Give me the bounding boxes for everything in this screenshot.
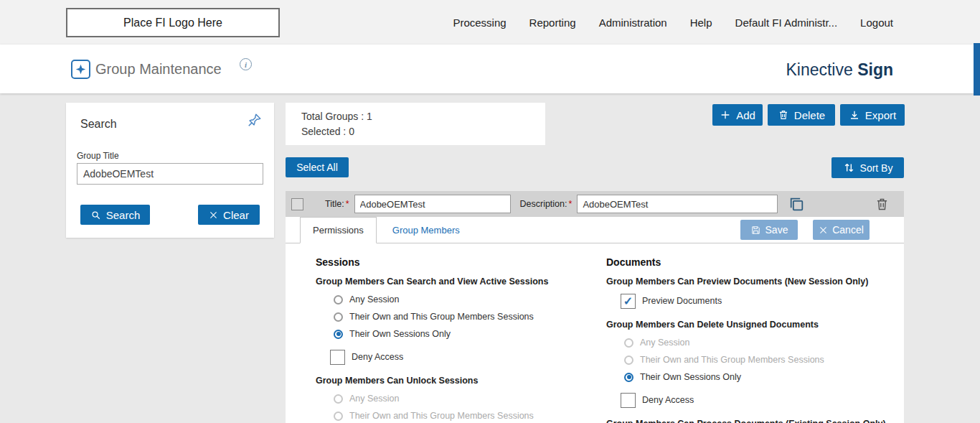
radio-icon[interactable] (334, 295, 343, 305)
fi-logo-placeholder: Place FI Logo Here (66, 8, 280, 37)
summary-panel: Total Groups : 1 Selected : 0 (286, 103, 545, 145)
required-marker: * (346, 199, 349, 209)
search-button-label: Search (106, 209, 141, 221)
row-trash-icon[interactable] (875, 197, 890, 212)
total-groups-text: Total Groups : 1 (301, 109, 529, 124)
checkbox-icon[interactable] (621, 294, 636, 309)
tab-actions: Save Cancel (740, 217, 870, 243)
top-bar: Place FI Logo Here Processing Reporting … (0, 0, 980, 45)
add-button-label: Add (736, 109, 755, 121)
option-label: Their Own and This Group Members Session… (349, 312, 534, 322)
delete-button[interactable]: Delete (768, 104, 835, 126)
nav-processing[interactable]: Processing (453, 17, 506, 29)
add-button[interactable]: Add (712, 104, 763, 126)
top-nav: Processing Reporting Administration Help… (453, 0, 893, 45)
tab-bar: Permissions Group Members Save Cancel (286, 217, 904, 243)
radio-icon (334, 394, 343, 404)
brand-suffix: Sign (857, 60, 893, 79)
perm-group-title: Group Members Can Delete Unsigned Docume… (606, 320, 904, 330)
radio-icon (624, 338, 633, 348)
radio-icon[interactable] (334, 312, 343, 322)
export-button[interactable]: Export (840, 104, 905, 126)
clear-button[interactable]: Clear (198, 205, 260, 225)
selected-count-text: Selected : 0 (301, 124, 529, 139)
tab-group-members[interactable]: Group Members (377, 217, 476, 243)
search-panel-title: Search (80, 118, 117, 131)
radio-option-any-session[interactable]: Any Session (316, 291, 606, 308)
option-label: Any Session (349, 394, 399, 404)
radio-option-own-and-group-sessions: Their Own and This Group Members Session… (606, 351, 904, 368)
select-all-button[interactable]: Select All (286, 157, 349, 177)
plus-icon (720, 109, 731, 121)
info-icon[interactable] (240, 58, 252, 70)
radio-option-own-sessions-only[interactable]: Their Own Sessions Only (316, 325, 606, 343)
sessions-column: Sessions Group Members Can Search and Vi… (316, 249, 606, 423)
close-icon (819, 226, 828, 235)
search-button[interactable]: Search (80, 205, 150, 225)
documents-heading: Documents (606, 256, 904, 268)
page-header: Group Maintenance Kinective Sign (0, 45, 980, 93)
checkbox-option-deny-access[interactable]: Deny Access (606, 390, 904, 410)
sort-by-button[interactable]: Sort By (831, 157, 904, 178)
option-label: Deny Access (352, 352, 403, 362)
perm-group-title: Group Members Can Search and View Active… (316, 276, 606, 287)
option-label: Deny Access (642, 395, 694, 405)
close-icon (209, 210, 218, 220)
group-row-checkbox[interactable] (291, 198, 303, 210)
search-panel: Search Group Title Search Clear (66, 103, 274, 238)
nav-user-menu[interactable]: Default FI Administr... (735, 17, 838, 29)
cancel-button[interactable]: Cancel (813, 220, 870, 240)
documents-column: Documents Group Members Can Preview Docu… (606, 249, 904, 423)
option-label: Any Session (349, 294, 399, 305)
checkbox-icon[interactable] (330, 350, 345, 365)
checkbox-icon[interactable] (621, 393, 636, 408)
description-input[interactable] (577, 195, 778, 213)
brand-name: Kinective (786, 60, 852, 79)
brand-logo: Kinective Sign (786, 60, 893, 80)
group-actions-toolbar: Add Delete Export (712, 104, 905, 126)
option-label: Preview Documents (642, 296, 722, 306)
tab-permissions[interactable]: Permissions (300, 217, 377, 243)
page-title: Group Maintenance (95, 61, 222, 78)
perm-group-title: Group Members Can Process Documents (Exi… (606, 419, 904, 423)
sessions-heading: Sessions (316, 256, 606, 268)
option-label: Their Own Sessions Only (349, 329, 451, 339)
permissions-panel: Sessions Group Members Can Search and Vi… (286, 243, 904, 423)
cancel-button-label: Cancel (832, 224, 864, 236)
nav-administration[interactable]: Administration (599, 17, 667, 29)
copy-icon[interactable] (788, 195, 806, 213)
nav-reporting[interactable]: Reporting (529, 17, 576, 29)
group-title-input[interactable] (77, 163, 263, 185)
delete-button-label: Delete (794, 109, 825, 121)
radio-icon[interactable] (334, 330, 343, 339)
save-button[interactable]: Save (740, 220, 798, 240)
tab-permissions-label: Permissions (313, 225, 364, 236)
sort-arrows-icon (843, 162, 855, 174)
perm-group-title: Group Members Can Unlock Sessions (316, 376, 606, 386)
title-label: Title:* (325, 199, 349, 209)
tab-group-members-label: Group Members (392, 225, 460, 236)
nav-logout[interactable]: Logout (860, 17, 893, 29)
radio-icon[interactable] (624, 373, 633, 382)
download-icon (849, 109, 860, 121)
radio-option-any-session: Any Session (316, 390, 606, 407)
radio-option-own-sessions-only[interactable]: Their Own Sessions Only (606, 368, 904, 386)
scrollbar-thumb[interactable] (974, 43, 980, 96)
group-maintenance-icon (71, 60, 90, 79)
checkbox-option-deny-access[interactable]: Deny Access (316, 347, 606, 367)
nav-help[interactable]: Help (690, 17, 712, 29)
group-card: Title:* Description:* Permissions Group … (286, 191, 904, 423)
radio-option-own-and-group-sessions: Their Own and This Group Members Session… (316, 407, 606, 423)
option-label: Their Own and This Group Members Session… (349, 411, 534, 421)
trash-icon (778, 109, 789, 121)
sort-by-label: Sort By (860, 162, 893, 174)
checkbox-option-preview-documents[interactable]: Preview Documents (606, 291, 904, 311)
radio-icon (624, 355, 633, 365)
title-input[interactable] (354, 195, 511, 213)
required-marker: * (569, 199, 573, 209)
select-all-label: Select All (296, 162, 338, 173)
radio-option-any-session: Any Session (606, 334, 904, 351)
description-label: Description:* (520, 199, 573, 209)
radio-option-own-and-group-sessions[interactable]: Their Own and This Group Members Session… (316, 308, 606, 325)
pin-icon[interactable] (247, 112, 263, 128)
